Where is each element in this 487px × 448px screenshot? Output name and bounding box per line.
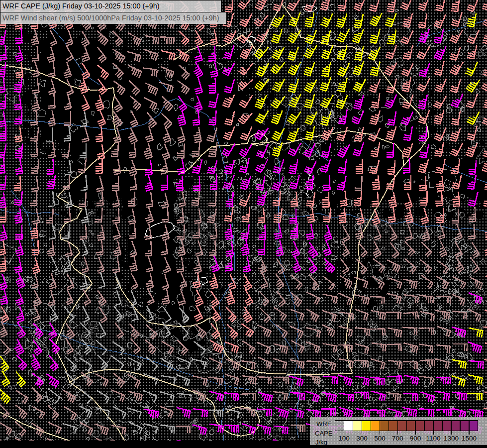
svg-text:500: 500 <box>374 435 386 442</box>
svg-text:900: 900 <box>410 435 421 442</box>
svg-text:WRF CAPE (J/kg) Friday 03-10-2: WRF CAPE (J/kg) Friday 03-10-2025 15:00 … <box>2 2 160 10</box>
svg-text:1100: 1100 <box>426 435 440 442</box>
svg-text:WRF Wind shear (m/s) 500/1000h: WRF Wind shear (m/s) 500/1000hPa Friday … <box>2 14 219 22</box>
svg-text:WRF: WRF <box>316 420 331 428</box>
svg-text:1500: 1500 <box>462 435 477 442</box>
svg-text:700: 700 <box>392 435 403 442</box>
svg-text:J/kg: J/kg <box>315 439 327 446</box>
svg-text:CAPE: CAPE <box>315 430 333 437</box>
svg-text:100: 100 <box>338 435 350 442</box>
svg-text:300: 300 <box>356 435 368 442</box>
svg-text:1300: 1300 <box>444 435 459 442</box>
